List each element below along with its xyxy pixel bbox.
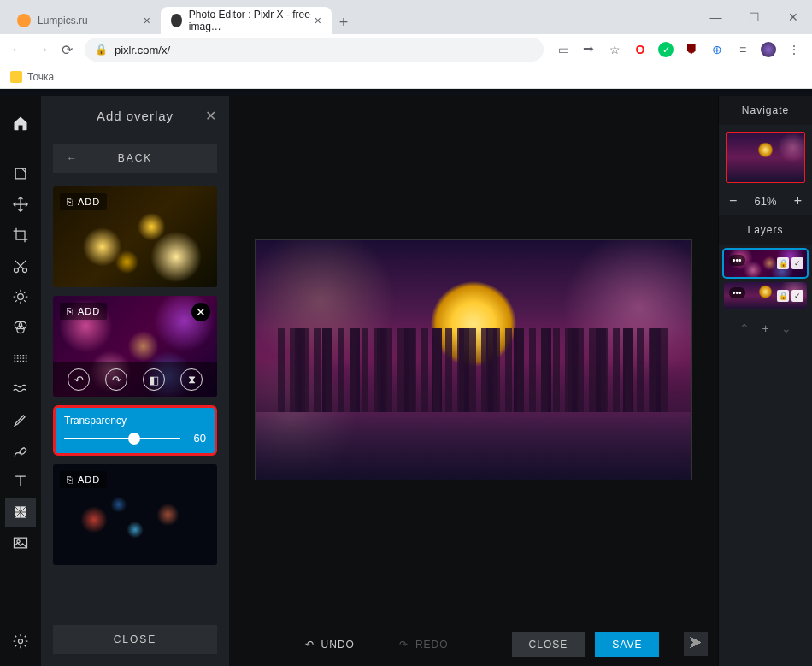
ext-opera-icon[interactable]: O xyxy=(633,42,648,57)
url-input[interactable]: 🔒 pixlr.com/x/ xyxy=(85,38,544,62)
address-bar: ← → ⟳ 🔒 pixlr.com/x/ ▭ ⮕ ☆ O ✓ ⛊ ⊕ ≡ ⋮ xyxy=(0,34,812,65)
text-tool[interactable] xyxy=(5,467,36,496)
ext-ublock-icon[interactable]: ⛊ xyxy=(684,42,699,57)
rotate-right-icon[interactable]: ↷ xyxy=(105,368,127,391)
tab-favicon xyxy=(17,14,31,27)
tab-title: Photo Editor : Pixlr X - free imag… xyxy=(189,9,315,32)
tab-close-icon[interactable]: × xyxy=(315,14,321,27)
arrange-tool[interactable] xyxy=(5,159,36,188)
lock-icon[interactable]: 🔒 xyxy=(777,290,789,302)
bookmarks-bar: Точка xyxy=(0,65,812,89)
url-text: pixlr.com/x/ xyxy=(115,44,170,56)
browser-tab-2[interactable]: Photo Editor : Pixlr X - free imag… × xyxy=(161,7,332,34)
redo-icon: ↷ xyxy=(399,639,409,651)
undo-button[interactable]: ↶ UNDO xyxy=(288,632,372,657)
cut-tool[interactable] xyxy=(5,251,36,280)
navigate-header: Navigate xyxy=(719,96,812,125)
window-close[interactable]: ✕ xyxy=(774,0,812,34)
rotate-left-icon[interactable]: ↶ xyxy=(68,368,90,391)
canvas-area: ↶ UNDO ↷ REDO CLOSE SAVE ⮞ xyxy=(229,96,718,666)
svg-point-6 xyxy=(17,326,24,333)
reload-icon[interactable]: ⟳ xyxy=(62,42,73,58)
expand-panel-icon[interactable]: ⮞ xyxy=(684,632,708,656)
undo-icon: ↶ xyxy=(305,639,315,651)
overlay-remove-icon[interactable]: ✕ xyxy=(191,303,210,321)
flip-horizontal-icon[interactable]: ◧ xyxy=(143,368,165,391)
overlay-add-button[interactable]: ⎘ ADD xyxy=(60,193,107,210)
ext-check-icon[interactable]: ✓ xyxy=(658,42,674,57)
visible-icon[interactable]: ✓ xyxy=(791,257,803,269)
transparency-slider[interactable] xyxy=(64,438,180,439)
layer-item[interactable]: ••• 🔒 ✓ xyxy=(724,282,807,309)
panel-close-button[interactable]: CLOSE xyxy=(53,625,217,654)
back-nav-icon[interactable]: ← xyxy=(10,42,24,57)
close-button[interactable]: CLOSE xyxy=(512,632,585,657)
layer-down-icon[interactable]: ⌄ xyxy=(781,321,791,335)
layer-item[interactable]: ••• 🔒 ✓ xyxy=(724,250,807,277)
folder-icon xyxy=(10,71,22,83)
zoom-in-button[interactable]: + xyxy=(794,193,802,209)
visible-icon[interactable]: ✓ xyxy=(791,290,803,302)
tab-close-icon[interactable]: × xyxy=(144,14,150,27)
overlay-tool[interactable] xyxy=(5,498,36,527)
ext-screen-icon[interactable]: ▭ xyxy=(556,42,571,57)
window-maximize[interactable]: ☐ xyxy=(735,0,774,34)
tab-favicon xyxy=(171,14,182,27)
home-button[interactable] xyxy=(5,104,36,142)
layer-up-icon[interactable]: ⌃ xyxy=(739,321,750,335)
overlay-add-button[interactable]: ⎘ ADD xyxy=(60,471,107,488)
bookmark-item[interactable]: Точка xyxy=(10,71,54,83)
overlay-item[interactable]: ⎘ ADD xyxy=(53,464,217,565)
ext-translate-icon[interactable]: ⮕ xyxy=(581,42,597,57)
flip-vertical-icon[interactable]: ⧗ xyxy=(180,368,203,391)
layer-add-icon[interactable]: + xyxy=(762,321,768,335)
filter-tool[interactable] xyxy=(5,313,36,342)
image-tool[interactable] xyxy=(5,528,36,557)
canvas-image[interactable] xyxy=(256,240,691,480)
panel-close-icon[interactable]: ✕ xyxy=(205,108,217,124)
add-icon: ⎘ xyxy=(67,197,74,207)
slider-thumb[interactable] xyxy=(128,433,140,445)
zoom-out-button[interactable]: − xyxy=(729,193,737,209)
add-icon: ⎘ xyxy=(67,306,74,316)
save-button[interactable]: SAVE xyxy=(595,632,659,657)
draw-tool[interactable] xyxy=(5,436,36,465)
layer-menu-icon[interactable]: ••• xyxy=(729,287,745,298)
crop-tool[interactable] xyxy=(5,221,36,250)
back-label: BACK xyxy=(118,152,153,164)
overlay-add-button[interactable]: ⎘ ADD xyxy=(60,303,107,320)
navigator-thumbnail[interactable] xyxy=(726,132,805,183)
overlay-panel: Add overlay ✕ ← BACK ⎘ ADD ⎘ ADD xyxy=(41,96,229,666)
overlay-item[interactable]: ⎘ ADD xyxy=(53,186,217,287)
layer-menu-icon[interactable]: ••• xyxy=(729,255,745,266)
star-icon[interactable]: ☆ xyxy=(607,42,622,57)
transparency-control: Transparency 60 xyxy=(53,405,217,456)
overlay-item-selected[interactable]: ⎘ ADD ✕ ↶ ↷ ◧ ⧗ xyxy=(53,296,217,397)
settings-button[interactable] xyxy=(5,627,36,656)
svg-point-10 xyxy=(19,639,23,644)
lock-icon[interactable]: 🔒 xyxy=(777,257,789,269)
adjust-tool[interactable] xyxy=(5,282,36,311)
browser-tab-1[interactable]: Lumpics.ru × xyxy=(7,7,161,34)
effect-tool[interactable] xyxy=(5,344,36,373)
new-tab-button[interactable]: + xyxy=(332,10,356,34)
redo-button[interactable]: ↷ REDO xyxy=(382,632,466,657)
browser-tab-strip: Lumpics.ru × Photo Editor : Pixlr X - fr… xyxy=(0,0,812,34)
lock-icon: 🔒 xyxy=(95,44,108,56)
ext-globe-icon[interactable]: ⊕ xyxy=(709,42,725,57)
back-button[interactable]: ← BACK xyxy=(53,144,217,173)
bookmark-label: Точка xyxy=(27,71,54,83)
svg-point-5 xyxy=(19,321,26,328)
window-minimize[interactable]: — xyxy=(697,0,735,34)
move-tool[interactable] xyxy=(5,190,36,219)
right-panel: Navigate − 61% + Layers ••• 🔒 ✓ ••• 🔒 ✓ xyxy=(718,96,812,666)
ext-reader-icon[interactable]: ≡ xyxy=(735,42,750,57)
retouch-tool[interactable] xyxy=(5,405,36,434)
layers-header: Layers xyxy=(719,215,812,245)
tool-rail xyxy=(0,96,41,666)
menu-icon[interactable]: ⋮ xyxy=(786,42,802,57)
transparency-label: Transparency xyxy=(64,415,206,427)
forward-nav-icon[interactable]: → xyxy=(36,42,50,57)
profile-avatar[interactable] xyxy=(761,42,776,57)
liquify-tool[interactable] xyxy=(5,374,36,404)
